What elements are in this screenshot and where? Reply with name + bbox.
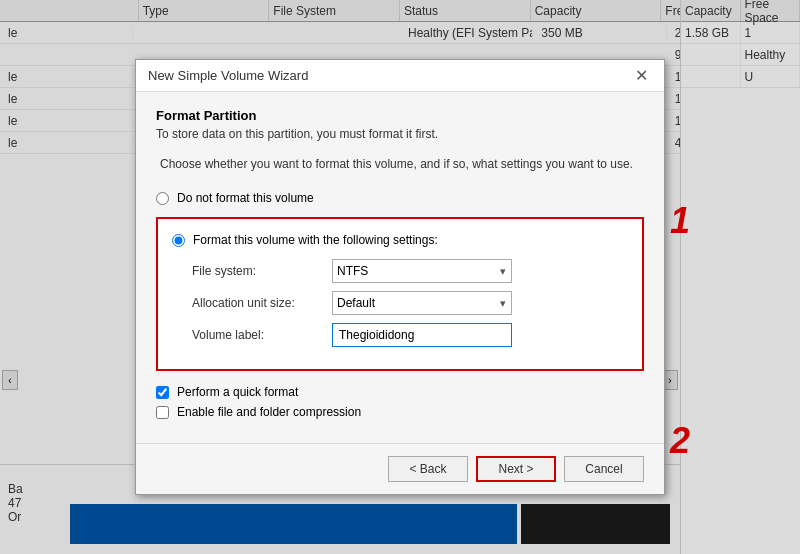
compression-option[interactable]: Enable file and folder compression (156, 405, 644, 419)
section-subtitle: To store data on this partition, you mus… (156, 127, 644, 141)
format-box: Format this volume with the following se… (156, 217, 644, 371)
allocation-row: Allocation unit size: Default 512 1024 2… (172, 291, 628, 315)
back-button[interactable]: < Back (388, 456, 468, 482)
quick-format-label: Perform a quick format (177, 385, 298, 399)
radio-format-label: Format this volume with the following se… (193, 233, 438, 247)
allocation-select-wrapper: Default 512 1024 2048 4096 (332, 291, 512, 315)
close-button[interactable]: ✕ (630, 65, 652, 87)
volume-label-input[interactable] (332, 323, 512, 347)
quick-format-checkbox[interactable] (156, 386, 169, 399)
file-system-row: File system: NTFS FAT32 exFAT (172, 259, 628, 283)
radio-format[interactable] (172, 234, 185, 247)
annotation-1: 1 (670, 200, 690, 242)
dialog-window: New Simple Volume Wizard ✕ Format Partit… (135, 59, 665, 495)
radio-no-format[interactable] (156, 192, 169, 205)
volume-label-row: Volume label: (172, 323, 628, 347)
dialog-footer: < Back Next > Cancel (136, 443, 664, 494)
compression-label: Enable file and folder compression (177, 405, 361, 419)
annotation-2: 2 (670, 420, 690, 462)
file-system-label: File system: (172, 264, 332, 278)
radio-group: Do not format this volume (156, 191, 644, 205)
radio-no-format-label: Do not format this volume (177, 191, 314, 205)
compression-checkbox[interactable] (156, 406, 169, 419)
section-title: Format Partition (156, 108, 644, 123)
dialog-title: New Simple Volume Wizard (148, 68, 308, 83)
dialog-overlay: New Simple Volume Wizard ✕ Format Partit… (0, 0, 800, 554)
allocation-select[interactable]: Default 512 1024 2048 4096 (332, 291, 512, 315)
checkbox-group: Perform a quick format Enable file and f… (156, 385, 644, 419)
file-system-select[interactable]: NTFS FAT32 exFAT (332, 259, 512, 283)
description-text: Choose whether you want to format this v… (156, 157, 644, 171)
format-box-title: Format this volume with the following se… (172, 233, 628, 247)
radio-no-format-option[interactable]: Do not format this volume (156, 191, 644, 205)
file-system-select-wrapper: NTFS FAT32 exFAT (332, 259, 512, 283)
dialog-titlebar: New Simple Volume Wizard ✕ (136, 60, 664, 92)
volume-label-label: Volume label: (172, 328, 332, 342)
quick-format-option[interactable]: Perform a quick format (156, 385, 644, 399)
allocation-label: Allocation unit size: (172, 296, 332, 310)
dialog-body: Format Partition To store data on this p… (136, 92, 664, 443)
cancel-button[interactable]: Cancel (564, 456, 644, 482)
next-button[interactable]: Next > (476, 456, 556, 482)
